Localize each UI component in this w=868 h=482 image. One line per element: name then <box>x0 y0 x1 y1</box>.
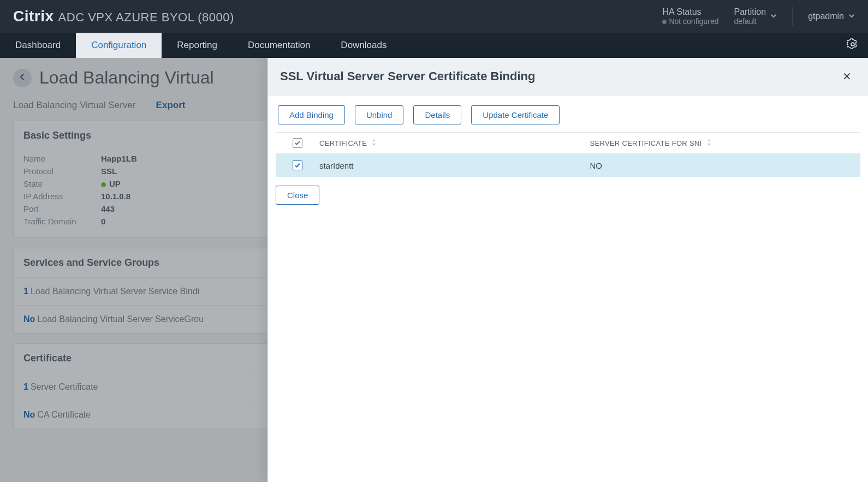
brand-left: Citrix ADC VPX AZURE BYOL (8000) <box>13 8 234 25</box>
tab-configuration[interactable]: Configuration <box>76 33 162 58</box>
close-button[interactable]: ✕ <box>838 68 856 85</box>
chevron-down-icon <box>770 11 777 21</box>
partition-value: default <box>734 17 766 26</box>
nav-bar: Dashboard Configuration Reporting Docume… <box>0 33 868 58</box>
ha-status-label: HA Status <box>662 7 718 17</box>
th-label: SERVER CERTIFICATE FOR SNI <box>590 139 702 147</box>
action-button-row: Add Binding Unbind Details Update Certif… <box>276 105 860 132</box>
brand-right: HA Status Not configured Partition defau… <box>662 7 855 26</box>
sheet-header: SSL Virtual Server Server Certificate Bi… <box>268 58 868 96</box>
table-header: CERTIFICATE SERVER CERTIFICATE FOR SNI <box>276 133 860 154</box>
user-name: gtpadmin <box>808 11 844 21</box>
sort-icon <box>706 139 712 148</box>
tab-reporting[interactable]: Reporting <box>162 33 233 58</box>
binding-table: CERTIFICATE SERVER CERTIFICATE FOR SNI <box>276 132 860 177</box>
cell-certificate: starIdentt <box>319 161 590 170</box>
th-label: CERTIFICATE <box>319 139 367 147</box>
tab-dashboard[interactable]: Dashboard <box>0 33 76 58</box>
sheet-body: Add Binding Unbind Details Update Certif… <box>268 96 868 215</box>
side-sheet: SSL Virtual Server Server Certificate Bi… <box>267 58 868 482</box>
partition-selector[interactable]: Partition default <box>734 7 777 26</box>
close-icon: ✕ <box>842 70 852 82</box>
ha-status: HA Status Not configured <box>662 7 718 26</box>
row-checkbox[interactable] <box>293 160 302 170</box>
th-sni[interactable]: SERVER CERTIFICATE FOR SNI <box>590 139 861 148</box>
details-button[interactable]: Details <box>413 105 461 124</box>
ha-status-value: Not configured <box>662 17 718 26</box>
brand-bar: Citrix ADC VPX AZURE BYOL (8000) HA Stat… <box>0 0 868 33</box>
close-button-secondary[interactable]: Close <box>276 186 319 205</box>
user-menu[interactable]: gtpadmin <box>808 11 855 21</box>
svg-point-0 <box>851 43 854 46</box>
status-dot-icon <box>662 20 667 24</box>
divider <box>792 7 793 26</box>
table-row[interactable]: starIdentt NO <box>276 154 860 177</box>
sort-icon <box>371 139 377 148</box>
add-binding-button[interactable]: Add Binding <box>278 105 345 124</box>
gear-icon <box>847 38 859 52</box>
spacer <box>402 33 837 58</box>
tab-downloads[interactable]: Downloads <box>325 33 402 58</box>
unbind-button[interactable]: Unbind <box>355 105 404 124</box>
th-select-all <box>276 138 319 148</box>
cell-sni: NO <box>590 161 861 170</box>
sheet-lower: Close <box>276 177 860 205</box>
chevron-down-icon <box>848 11 855 21</box>
row-select-cell <box>276 160 319 170</box>
tab-documentation[interactable]: Documentation <box>233 33 325 58</box>
partition-label: Partition <box>734 7 766 17</box>
settings-gear-button[interactable] <box>837 33 868 58</box>
th-certificate[interactable]: CERTIFICATE <box>319 139 590 148</box>
sheet-title: SSL Virtual Server Server Certificate Bi… <box>280 69 535 84</box>
update-certificate-button[interactable]: Update Certificate <box>471 105 560 124</box>
brand-name: Citrix <box>13 8 54 25</box>
select-all-checkbox[interactable] <box>293 138 302 148</box>
brand-product: ADC VPX AZURE BYOL (8000) <box>58 10 234 25</box>
